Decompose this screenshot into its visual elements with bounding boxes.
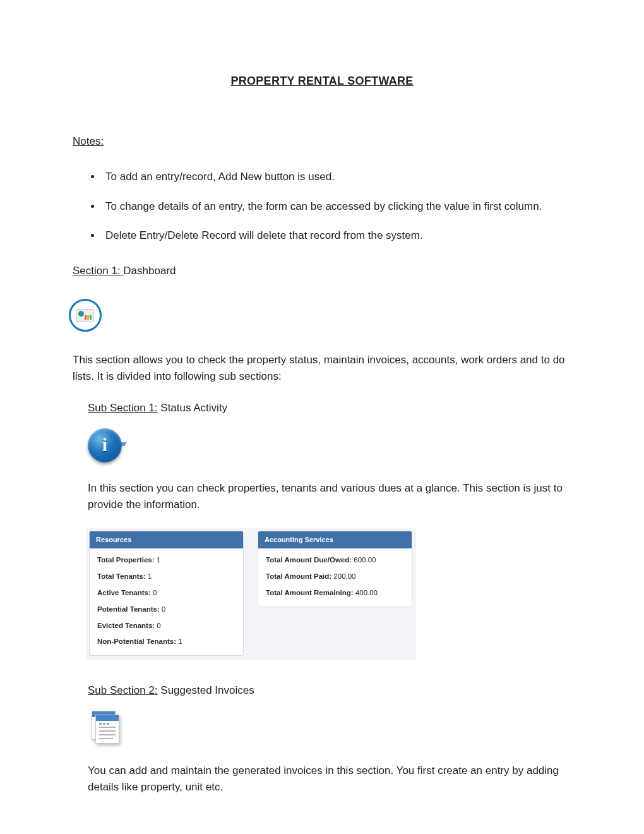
resources-row-label: Active Tenants: — [97, 589, 151, 596]
subsection1-name: Status Activity — [158, 402, 228, 414]
resources-row-label: Total Tenants: — [97, 572, 146, 580]
section1-description: This section allows you to check the pro… — [73, 352, 571, 385]
subsection1-description: In this section you can check properties… — [88, 480, 571, 514]
resources-row-value: 0 — [151, 589, 157, 596]
note-item: To add an entry/record, Add New button i… — [102, 169, 571, 185]
accounting-row-label: Total Amount Paid: — [266, 572, 331, 580]
resources-row: Evicted Tenants: 0 — [97, 620, 236, 632]
accounting-row: Total Amount Remaining: 400.00 — [266, 588, 404, 599]
resources-panel: Resources Total Properties: 1 Total Tena… — [89, 531, 244, 656]
section1-heading: Section 1: Dashboard — [73, 263, 571, 279]
info-icon: i — [88, 428, 122, 462]
section1-label: Section 1: — [73, 265, 123, 277]
accounting-row-label: Total Amount Due/Owed: — [266, 556, 352, 564]
accounting-row-value: 600.00 — [352, 556, 376, 564]
resources-row: Non-Potential Tenants: 1 — [97, 636, 236, 648]
status-panels: Resources Total Properties: 1 Total Tena… — [86, 528, 416, 660]
resources-row-label: Total Properties: — [97, 556, 155, 564]
resources-row-label: Potential Tenants: — [97, 605, 160, 613]
accounting-panel: Accounting Services Total Amount Due/Owe… — [258, 531, 412, 607]
resources-row-value: 0 — [155, 622, 161, 629]
resources-row: Total Tenants: 1 — [97, 571, 236, 583]
resources-row: Total Properties: 1 — [97, 555, 236, 566]
resources-row-value: 0 — [160, 605, 166, 613]
resources-row-label: Evicted Tenants: — [97, 622, 155, 629]
notes-list: To add an entry/record, Add New button i… — [102, 169, 571, 244]
notes-heading-label: Notes: — [73, 135, 104, 147]
accounting-row: Total Amount Due/Owed: 600.00 — [266, 555, 404, 566]
resources-row: Active Tenants: 0 — [97, 588, 236, 599]
section1-name: Dashboard — [123, 265, 176, 277]
invoice-icon — [88, 711, 122, 745]
subsection2-heading: Sub Section 2: Suggested Invoices — [88, 682, 571, 699]
resources-row-value: 1 — [146, 572, 152, 580]
resources-panel-header: Resources — [90, 531, 243, 548]
resources-row-value: 1 — [155, 556, 161, 564]
accounting-row-value: 400.00 — [354, 589, 378, 596]
note-item: To change details of an entry, the form … — [102, 198, 571, 215]
resources-row-label: Non-Potential Tenants: — [97, 638, 176, 645]
page-title: PROPERTY RENTAL SOFTWARE — [73, 73, 571, 90]
notes-heading: Notes: — [73, 133, 571, 150]
subsection1-label: Sub Section 1: — [88, 402, 158, 414]
accounting-row-value: 200.00 — [331, 572, 355, 580]
accounting-row-label: Total Amount Remaining: — [266, 589, 354, 596]
subsection2-label: Sub Section 2: — [88, 684, 158, 696]
note-item: Delete Entry/Delete Record will delete t… — [102, 227, 571, 244]
accounting-row: Total Amount Paid: 200.00 — [266, 571, 404, 583]
dashboard-icon — [69, 299, 102, 332]
accounting-panel-header: Accounting Services — [258, 531, 412, 548]
subsection2-description: You can add and maintain the generated i… — [88, 763, 571, 796]
resources-row-value: 1 — [176, 638, 182, 645]
subsection2-name: Suggested Invoices — [158, 684, 254, 696]
subsection1-heading: Sub Section 1: Status Activity — [88, 400, 571, 416]
resources-row: Potential Tenants: 0 — [97, 604, 236, 615]
